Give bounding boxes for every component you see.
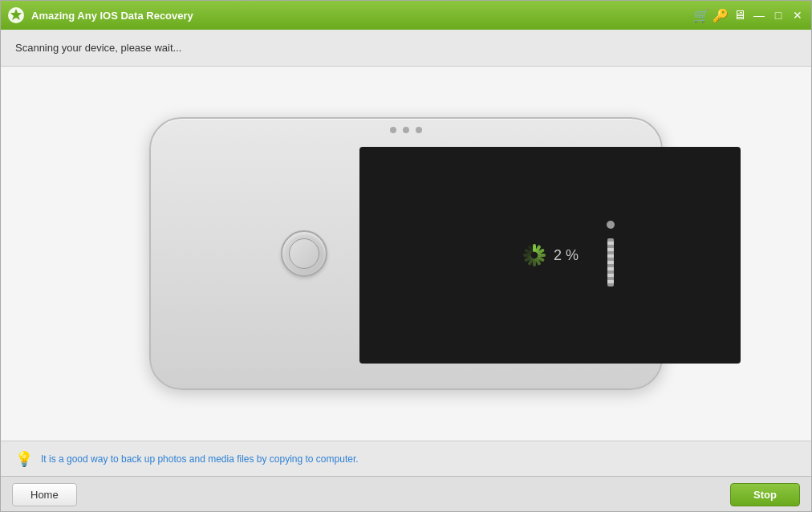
key-icon[interactable]: 🔑 — [713, 8, 728, 22]
info-bar: 💡 It is a good way to back up photos and… — [1, 441, 811, 476]
maximize-button[interactable]: □ — [771, 8, 786, 22]
camera-dot-3 — [416, 127, 422, 133]
scan-status-bar: Scanning your device, please wait... — [1, 30, 811, 67]
iphone-illustration: 2 % — [145, 101, 667, 406]
progress-container: 2 % — [522, 244, 579, 266]
minimize-button[interactable]: — — [752, 8, 766, 22]
bulb-icon: 💡 — [15, 450, 33, 468]
tip-text: It is a good way to back up photos and m… — [41, 453, 359, 465]
stop-button[interactable]: Stop — [730, 483, 800, 506]
camera-dot-2 — [403, 127, 409, 133]
app-logo — [7, 6, 25, 24]
action-bar: Home Stop — [1, 476, 811, 512]
close-button[interactable]: ✕ — [790, 8, 805, 22]
iphone-speaker — [607, 238, 614, 286]
home-button[interactable]: Home — [12, 483, 77, 506]
iphone-camera-dot — [607, 221, 615, 229]
monitor-icon[interactable]: 🖥 — [733, 8, 747, 22]
main-content: Scanning your device, please wait... — [1, 30, 811, 512]
window-controls: 🛒 🔑 🖥 — □ ✕ — [694, 8, 805, 22]
device-area: 2 % — [1, 67, 811, 441]
cart-icon[interactable]: 🛒 — [694, 8, 708, 22]
iphone-right-detail — [607, 221, 615, 286]
app-title: Amazing Any IOS Data Recovery — [31, 10, 694, 22]
iphone-body: 2 % — [149, 117, 663, 390]
camera-dot-1 — [390, 127, 396, 133]
loading-spinner — [522, 244, 544, 266]
progress-percent: 2 % — [554, 247, 579, 264]
iphone-screen: 2 % — [359, 147, 741, 364]
scan-message: Scanning your device, please wait... — [15, 42, 181, 54]
iphone-top-camera — [390, 127, 422, 133]
iphone-home-button-inner — [289, 238, 319, 269]
iphone-home-button — [281, 230, 327, 277]
titlebar: Amazing Any IOS Data Recovery 🛒 🔑 🖥 — □ … — [1, 1, 811, 30]
